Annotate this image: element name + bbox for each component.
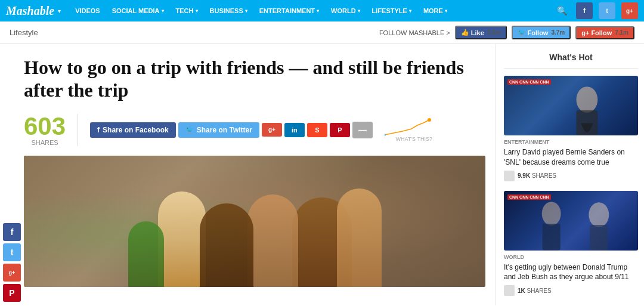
nav-item-business[interactable]: BUSINESS ▾	[204, 0, 253, 21]
right-sidebar: What's Hot CNN CNN CNN CNN ENTERTAINMENT…	[495, 44, 638, 305]
subheader: Lifestyle FOLLOW MASHABLE > 👍 Like 3.2m …	[0, 21, 644, 44]
hot-article-2[interactable]: CNN CNN CNN CNN WORLD It's getting ugly …	[504, 191, 638, 296]
sidebar-pinterest-button[interactable]: P	[3, 284, 21, 302]
follow-twitter-button[interactable]: 🐦 Follow 3.7m	[512, 26, 571, 39]
svg-point-1	[385, 134, 386, 136]
trend-label: WHAT'S THIS?	[396, 136, 432, 142]
hot-article-shares-1: 9.9K SHARES	[518, 172, 556, 179]
hot-article-meta-2: 1K SHARES	[504, 285, 638, 296]
share-linkedin-button[interactable]: in	[284, 123, 305, 137]
sidebar-googleplus-button[interactable]: g+	[3, 264, 21, 282]
twitter-icon: 🐦	[185, 126, 194, 134]
chevron-down-icon: ▾	[196, 8, 198, 14]
googleplus-nav-icon[interactable]: g+	[621, 2, 638, 19]
nav-item-world[interactable]: WORLD ▾	[325, 0, 366, 21]
hot-article-thumbnail-1	[504, 171, 515, 181]
share-twitter-button[interactable]: 🐦 Share on Twitter	[178, 122, 259, 138]
twitter-nav-icon[interactable]: t	[599, 2, 615, 19]
logo-dropdown-arrow[interactable]: ▾	[58, 8, 61, 14]
share-bar: 603 SHARES f Share on Facebook 🐦 Share o…	[24, 114, 485, 146]
hot-article-title-1: Larry David played Bernie Sanders on 'SN…	[504, 147, 638, 168]
nav-item-entertainment[interactable]: ENTERTAINMENT ▾	[253, 0, 325, 21]
nav-right-icons: 🔍 f t g+	[553, 2, 638, 19]
share-count-number: 603	[24, 114, 66, 139]
trend-line[interactable]: WHAT'S THIS?	[385, 118, 432, 142]
twitter-icon: 🐦	[518, 29, 526, 36]
top-navigation: Mashable ▾ VIDEOS SOCIAL MEDIA ▾ TECH ▾ …	[0, 0, 644, 21]
hot-article-category-2: WORLD	[504, 254, 638, 260]
chevron-down-icon: ▾	[445, 8, 447, 14]
share-count-block: 603 SHARES	[24, 114, 78, 146]
chevron-down-icon: ▾	[245, 8, 247, 14]
person-figure	[337, 188, 382, 287]
follow-mashable-text: FOLLOW MASHABLE >	[379, 29, 450, 36]
nav-items: VIDEOS SOCIAL MEDIA ▾ TECH ▾ BUSINESS ▾ …	[69, 0, 553, 21]
facebook-icon: f	[97, 126, 100, 134]
share-count-label: SHARES	[31, 139, 58, 146]
share-buttons: f Share on Facebook 🐦 Share on Twitter g…	[90, 122, 373, 138]
person-figure	[158, 191, 206, 287]
search-icon[interactable]: 🔍	[553, 2, 570, 19]
svg-rect-7	[590, 225, 608, 251]
nav-item-videos[interactable]: VIDEOS	[69, 0, 106, 21]
whats-hot-header: What's Hot	[504, 44, 638, 69]
svg-rect-5	[543, 224, 561, 251]
nav-item-tech[interactable]: TECH ▾	[170, 0, 204, 21]
nav-item-more[interactable]: MORE ▾	[417, 0, 453, 21]
svg-point-4	[542, 202, 561, 225]
share-stumbleupon-button[interactable]: S	[307, 123, 327, 137]
chevron-down-icon: ▾	[317, 8, 319, 14]
svg-point-0	[428, 118, 431, 122]
article-title: How to go on a trip with friends — and s…	[24, 56, 485, 102]
article-image-svg	[504, 76, 638, 135]
category-label: Lifestyle	[10, 28, 379, 37]
share-more-button[interactable]: —	[352, 122, 373, 138]
chevron-down-icon: ▾	[409, 8, 411, 14]
hot-article-title-2: It's getting ugly between Donald Trump a…	[504, 262, 638, 283]
share-facebook-button[interactable]: f Share on Facebook	[90, 122, 176, 138]
logo[interactable]: Mashable	[6, 4, 54, 18]
hot-article-shares-2: 1K SHARES	[518, 288, 552, 294]
person-figure	[247, 194, 298, 287]
svg-point-6	[589, 202, 609, 227]
left-sidebar: f t g+ P	[0, 44, 24, 305]
people-group	[24, 180, 485, 287]
nav-item-social-media[interactable]: SOCIAL MEDIA ▾	[106, 0, 170, 21]
like-facebook-button[interactable]: 👍 Like 3.2m	[455, 26, 507, 39]
googleplus-icon: g+	[581, 29, 589, 36]
article-image-svg-2	[504, 191, 638, 251]
chevron-down-icon: ▾	[358, 8, 360, 14]
share-pinterest-button[interactable]: P	[330, 123, 350, 137]
hot-article-category-1: ENTERTAINMENT	[504, 139, 638, 145]
main-layout: f t g+ P How to go on a trip with friend…	[0, 44, 644, 305]
hot-article-image-1: CNN CNN CNN CNN	[504, 76, 638, 135]
hot-article-image-2: CNN CNN CNN CNN	[504, 191, 638, 251]
trend-chart	[385, 118, 432, 136]
follow-section: FOLLOW MASHABLE > 👍 Like 3.2m 🐦 Follow 3…	[379, 26, 634, 39]
person-figure	[128, 221, 164, 287]
sidebar-twitter-button[interactable]: t	[3, 243, 21, 261]
follow-googleplus-button[interactable]: g+ Follow 7.1m	[575, 26, 634, 39]
like-icon: 👍	[461, 29, 469, 36]
chevron-down-icon: ▾	[162, 8, 164, 14]
nav-item-lifestyle[interactable]: LIFESTYLE ▾	[366, 0, 417, 21]
article-content: How to go on a trip with friends — and s…	[24, 44, 495, 305]
facebook-nav-icon[interactable]: f	[576, 2, 593, 19]
hot-article-meta-1: 9.9K SHARES	[504, 171, 638, 181]
svg-point-2	[576, 86, 597, 113]
share-googleplus-button[interactable]: g+	[262, 123, 282, 137]
hot-article-1[interactable]: CNN CNN CNN CNN ENTERTAINMENT Larry Davi…	[504, 76, 638, 181]
hot-article-thumbnail-2	[504, 285, 515, 296]
person-figure	[200, 203, 253, 287]
article-image	[24, 156, 485, 287]
sidebar-facebook-button[interactable]: f	[3, 223, 21, 241]
